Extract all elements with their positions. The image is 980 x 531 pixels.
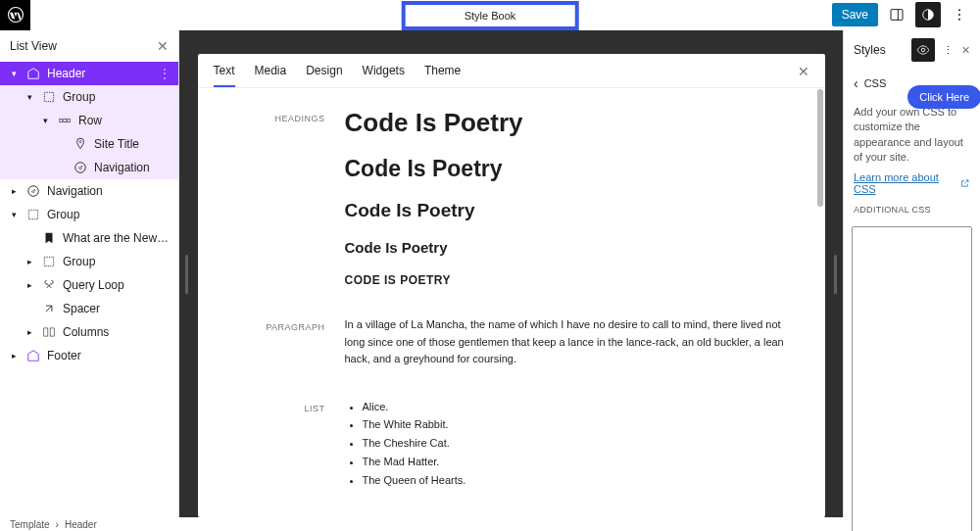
top-bar: Style Book Save [0, 0, 980, 30]
wordpress-logo[interactable] [0, 0, 30, 30]
kebab-icon[interactable]: ⋮ [159, 67, 171, 80]
list-item: The Cheshire Cat. [363, 434, 796, 453]
heading-sample: Code Is Poetry [345, 200, 796, 221]
tree-item-navigation[interactable]: Navigation [0, 156, 178, 179]
compass-icon [73, 161, 88, 174]
style-book-canvas: Text Media Design Widgets Theme ✕ HEADIN… [198, 54, 825, 517]
heading-sample: Code Is Poetry [345, 156, 796, 182]
svg-rect-10 [68, 119, 70, 122]
svg-rect-1 [891, 10, 903, 21]
more-menu[interactable] [947, 2, 972, 27]
chevron-down-icon: ▾ [8, 69, 20, 78]
styles-crumb: CSS [864, 77, 887, 89]
breadcrumb-template[interactable]: Template [10, 519, 50, 530]
chevron-right-icon: ▸ [24, 257, 35, 266]
close-icon[interactable]: ✕ [961, 44, 970, 57]
chevron-right-icon: ▸ [24, 280, 35, 290]
tree-item-site-title[interactable]: Site Title [0, 132, 178, 156]
svg-point-6 [958, 19, 960, 21]
tree-item-navigation2[interactable]: ▸ Navigation [0, 179, 178, 203]
styles-title: Styles [854, 43, 904, 57]
tree-item-header[interactable]: ▾ Header ⋮ [0, 62, 178, 85]
css-description: Add your own CSS to customize the appear… [854, 105, 970, 166]
heading-sample: CODE IS POETRY [345, 273, 796, 287]
resize-handle-right[interactable] [834, 255, 837, 294]
section-label-paragraph: PARAGRAPH [227, 316, 345, 368]
contrast-icon [921, 8, 935, 22]
tree-item-columns[interactable]: ▸ Columns [0, 320, 178, 344]
additional-css-input[interactable] [852, 226, 972, 531]
style-book-close[interactable]: ✕ [798, 64, 809, 87]
style-book-badge: Style Book [402, 1, 579, 30]
svg-rect-15 [44, 257, 53, 266]
view-icon[interactable] [884, 2, 909, 27]
tree-item-footer[interactable]: ▸ Footer [0, 344, 178, 367]
styles-toggle[interactable] [915, 2, 941, 27]
loop-icon [41, 278, 57, 292]
tree-item-query[interactable]: ▸ Query Loop [0, 273, 178, 297]
svg-point-12 [75, 163, 86, 173]
svg-point-4 [958, 9, 960, 11]
section-label-list: LIST [227, 398, 345, 489]
svg-point-18 [921, 48, 925, 52]
bookmark-icon [41, 231, 57, 245]
tree-item-group2[interactable]: ▾ Group [0, 203, 178, 226]
svg-point-13 [28, 186, 39, 197]
svg-rect-8 [60, 119, 63, 122]
svg-rect-7 [44, 92, 53, 101]
external-link-icon [960, 178, 970, 188]
tree-item-row[interactable]: ▾ Row [0, 109, 178, 132]
resize-handle-left[interactable] [185, 255, 188, 294]
chevron-down-icon: ▾ [8, 210, 20, 219]
breadcrumb-header[interactable]: Header [65, 519, 97, 530]
learn-more-link[interactable]: Learn more about CSS [854, 171, 970, 195]
chevron-right-icon: ▸ [24, 327, 35, 337]
chevron-down-icon: ▾ [24, 92, 35, 102]
list-item: The Mad Hatter. [363, 453, 796, 471]
chevron-right-icon: ▸ [8, 351, 20, 361]
svg-rect-9 [64, 119, 67, 122]
svg-rect-17 [50, 328, 54, 336]
header-icon [25, 67, 41, 80]
breadcrumb: Template › Header [0, 517, 179, 531]
chevron-down-icon: ▾ [39, 116, 51, 125]
tree-item-features[interactable]: What are the New Features in Word… [0, 226, 178, 250]
scrollbar[interactable] [817, 89, 823, 207]
spacer-icon [41, 302, 57, 315]
tab-text[interactable]: Text [214, 64, 235, 87]
list-item: Alice. [363, 398, 796, 416]
tab-media[interactable]: Media [255, 64, 287, 87]
tree-item-group3[interactable]: ▸ Group [0, 250, 178, 273]
group-icon [25, 208, 41, 221]
click-here-button[interactable]: Click Here [907, 85, 980, 109]
tab-theme[interactable]: Theme [424, 64, 461, 87]
save-button[interactable]: Save [832, 3, 878, 26]
footer-icon [25, 349, 41, 362]
tab-widgets[interactable]: Widgets [363, 64, 405, 87]
back-button[interactable]: ‹ [854, 75, 858, 91]
columns-icon [41, 325, 57, 339]
svg-point-11 [79, 141, 81, 143]
style-book-toggle[interactable] [911, 38, 935, 62]
map-pin-icon [73, 137, 88, 151]
list-view-close[interactable]: ✕ [157, 38, 169, 54]
heading-sample: Code Is Poetry [345, 108, 796, 138]
group-icon [41, 90, 57, 104]
group-icon [41, 255, 57, 268]
svg-rect-14 [28, 210, 37, 218]
editor-canvas-wrap: Text Media Design Widgets Theme ✕ HEADIN… [179, 30, 843, 517]
svg-point-5 [958, 14, 960, 16]
list-view-panel: List View ✕ ▾ Header ⋮ ▾ Group ▾ Row [0, 30, 179, 517]
tab-design[interactable]: Design [306, 64, 342, 87]
sidebar-icon [889, 7, 905, 23]
kebab-icon[interactable]: ⋮ [943, 44, 954, 57]
list-sample: Alice. The White Rabbit. The Cheshire Ca… [345, 398, 796, 489]
style-book-label: Style Book [406, 5, 575, 26]
tree-item-spacer[interactable]: Spacer [0, 297, 178, 320]
list-item: The Queen of Hearts. [363, 471, 796, 490]
tree-item-group[interactable]: ▾ Group [0, 85, 178, 109]
list-view-title: List View [10, 39, 57, 53]
chevron-right-icon: › [56, 519, 59, 530]
svg-rect-16 [44, 328, 48, 336]
heading-sample: Code Is Poetry [345, 239, 796, 256]
